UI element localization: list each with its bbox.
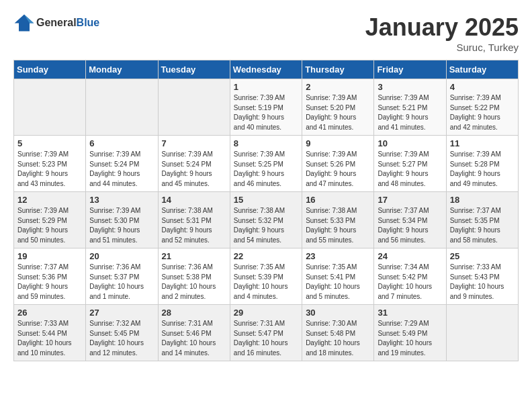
day-number: 27 — [89, 308, 154, 318]
calendar-cell: 7Sunrise: 7:39 AM Sunset: 5:24 PM Daylig… — [158, 136, 230, 192]
calendar-cell: 23Sunrise: 7:35 AM Sunset: 5:41 PM Dayli… — [302, 248, 374, 305]
day-number: 20 — [89, 251, 154, 261]
week-row-4: 19Sunrise: 7:37 AM Sunset: 5:36 PM Dayli… — [14, 248, 519, 305]
day-info: Sunrise: 7:38 AM Sunset: 5:33 PM Dayligh… — [306, 206, 370, 245]
day-number: 26 — [17, 308, 82, 318]
day-number: 17 — [378, 195, 442, 205]
day-number: 6 — [89, 138, 154, 148]
logo-blue: Blue — [77, 17, 100, 28]
calendar-cell: 8Sunrise: 7:39 AM Sunset: 5:25 PM Daylig… — [230, 136, 302, 192]
calendar-cell: 26Sunrise: 7:33 AM Sunset: 5:44 PM Dayli… — [14, 305, 86, 361]
calendar-cell: 11Sunrise: 7:39 AM Sunset: 5:28 PM Dayli… — [446, 136, 518, 192]
logo: GeneralBlue — [13, 13, 99, 32]
day-info: Sunrise: 7:39 AM Sunset: 5:22 PM Dayligh… — [450, 93, 515, 132]
calendar-cell: 16Sunrise: 7:38 AM Sunset: 5:33 PM Dayli… — [302, 192, 374, 248]
calendar-cell: 27Sunrise: 7:32 AM Sunset: 5:45 PM Dayli… — [86, 305, 158, 361]
day-info: Sunrise: 7:38 AM Sunset: 5:32 PM Dayligh… — [234, 206, 298, 245]
calendar-cell — [86, 79, 158, 136]
day-number: 18 — [450, 195, 515, 205]
day-info: Sunrise: 7:37 AM Sunset: 5:35 PM Dayligh… — [450, 206, 515, 245]
day-number: 13 — [89, 195, 154, 205]
day-info: Sunrise: 7:32 AM Sunset: 5:45 PM Dayligh… — [89, 319, 154, 358]
calendar-cell: 19Sunrise: 7:37 AM Sunset: 5:36 PM Dayli… — [14, 248, 86, 305]
day-info: Sunrise: 7:38 AM Sunset: 5:31 PM Dayligh… — [162, 206, 226, 245]
day-info: Sunrise: 7:36 AM Sunset: 5:37 PM Dayligh… — [89, 263, 154, 302]
day-info: Sunrise: 7:39 AM Sunset: 5:24 PM Dayligh… — [162, 150, 226, 189]
day-number: 31 — [378, 308, 442, 318]
month-title: January 2025 — [365, 13, 519, 42]
calendar-cell: 22Sunrise: 7:35 AM Sunset: 5:39 PM Dayli… — [230, 248, 302, 305]
weekday-header-row: SundayMondayTuesdayWednesdayThursdayFrid… — [14, 60, 519, 79]
day-info: Sunrise: 7:39 AM Sunset: 5:20 PM Dayligh… — [306, 93, 370, 132]
weekday-header-thursday: Thursday — [302, 60, 374, 79]
day-number: 15 — [234, 195, 298, 205]
day-info: Sunrise: 7:31 AM Sunset: 5:46 PM Dayligh… — [162, 319, 226, 358]
day-info: Sunrise: 7:39 AM Sunset: 5:30 PM Dayligh… — [89, 206, 154, 245]
day-number: 30 — [306, 308, 370, 318]
day-number: 5 — [17, 138, 82, 148]
day-number: 8 — [234, 138, 298, 148]
day-info: Sunrise: 7:31 AM Sunset: 5:47 PM Dayligh… — [234, 319, 298, 358]
day-info: Sunrise: 7:34 AM Sunset: 5:42 PM Dayligh… — [378, 263, 442, 302]
day-info: Sunrise: 7:35 AM Sunset: 5:39 PM Dayligh… — [234, 263, 298, 302]
week-row-5: 26Sunrise: 7:33 AM Sunset: 5:44 PM Dayli… — [14, 305, 519, 361]
weekday-header-saturday: Saturday — [446, 60, 518, 79]
day-number: 7 — [162, 138, 226, 148]
calendar-cell — [446, 305, 518, 361]
calendar-cell: 17Sunrise: 7:37 AM Sunset: 5:34 PM Dayli… — [374, 192, 446, 248]
day-info: Sunrise: 7:39 AM Sunset: 5:24 PM Dayligh… — [89, 150, 154, 189]
day-info: Sunrise: 7:39 AM Sunset: 5:29 PM Dayligh… — [17, 206, 82, 245]
weekday-header-wednesday: Wednesday — [230, 60, 302, 79]
day-info: Sunrise: 7:39 AM Sunset: 5:23 PM Dayligh… — [17, 150, 82, 189]
logo-general: General — [36, 17, 77, 28]
day-info: Sunrise: 7:35 AM Sunset: 5:41 PM Dayligh… — [306, 263, 370, 302]
weekday-header-monday: Monday — [86, 60, 158, 79]
calendar-cell: 20Sunrise: 7:36 AM Sunset: 5:37 PM Dayli… — [86, 248, 158, 305]
week-row-2: 5Sunrise: 7:39 AM Sunset: 5:23 PM Daylig… — [14, 136, 519, 192]
location-subtitle: Suruc, Turkey — [365, 42, 519, 53]
day-number: 21 — [162, 251, 226, 261]
calendar-cell: 10Sunrise: 7:39 AM Sunset: 5:27 PM Dayli… — [374, 136, 446, 192]
day-number: 29 — [234, 308, 298, 318]
day-number: 1 — [234, 82, 298, 92]
calendar-cell — [158, 79, 230, 136]
day-info: Sunrise: 7:39 AM Sunset: 5:25 PM Dayligh… — [234, 150, 298, 189]
title-area: January 2025 Suruc, Turkey — [365, 13, 519, 53]
calendar-cell: 24Sunrise: 7:34 AM Sunset: 5:42 PM Dayli… — [374, 248, 446, 305]
day-info: Sunrise: 7:39 AM Sunset: 5:26 PM Dayligh… — [306, 150, 370, 189]
calendar-cell: 2Sunrise: 7:39 AM Sunset: 5:20 PM Daylig… — [302, 79, 374, 136]
calendar-cell: 21Sunrise: 7:36 AM Sunset: 5:38 PM Dayli… — [158, 248, 230, 305]
calendar-cell: 29Sunrise: 7:31 AM Sunset: 5:47 PM Dayli… — [230, 305, 302, 361]
calendar-cell: 12Sunrise: 7:39 AM Sunset: 5:29 PM Dayli… — [14, 192, 86, 248]
calendar-cell: 4Sunrise: 7:39 AM Sunset: 5:22 PM Daylig… — [446, 79, 518, 136]
calendar-cell: 18Sunrise: 7:37 AM Sunset: 5:35 PM Dayli… — [446, 192, 518, 248]
calendar-cell: 28Sunrise: 7:31 AM Sunset: 5:46 PM Dayli… — [158, 305, 230, 361]
day-number: 9 — [306, 138, 370, 148]
calendar-cell: 14Sunrise: 7:38 AM Sunset: 5:31 PM Dayli… — [158, 192, 230, 248]
calendar-cell: 25Sunrise: 7:33 AM Sunset: 5:43 PM Dayli… — [446, 248, 518, 305]
calendar-cell: 6Sunrise: 7:39 AM Sunset: 5:24 PM Daylig… — [86, 136, 158, 192]
day-number: 19 — [17, 251, 82, 261]
calendar-table: SundayMondayTuesdayWednesdayThursdayFrid… — [13, 60, 519, 361]
weekday-header-friday: Friday — [374, 60, 446, 79]
day-info: Sunrise: 7:29 AM Sunset: 5:49 PM Dayligh… — [378, 319, 442, 358]
week-row-3: 12Sunrise: 7:39 AM Sunset: 5:29 PM Dayli… — [14, 192, 519, 248]
day-number: 3 — [378, 82, 442, 92]
day-number: 28 — [162, 308, 226, 318]
calendar-cell: 5Sunrise: 7:39 AM Sunset: 5:23 PM Daylig… — [14, 136, 86, 192]
day-info: Sunrise: 7:37 AM Sunset: 5:34 PM Dayligh… — [378, 206, 442, 245]
day-number: 11 — [450, 138, 515, 148]
calendar-cell: 1Sunrise: 7:39 AM Sunset: 5:19 PM Daylig… — [230, 79, 302, 136]
calendar-cell — [14, 79, 86, 136]
day-number: 24 — [378, 251, 442, 261]
calendar-cell: 30Sunrise: 7:30 AM Sunset: 5:48 PM Dayli… — [302, 305, 374, 361]
day-info: Sunrise: 7:39 AM Sunset: 5:19 PM Dayligh… — [234, 93, 298, 132]
week-row-1: 1Sunrise: 7:39 AM Sunset: 5:19 PM Daylig… — [14, 79, 519, 136]
day-info: Sunrise: 7:39 AM Sunset: 5:27 PM Dayligh… — [378, 150, 442, 189]
day-info: Sunrise: 7:30 AM Sunset: 5:48 PM Dayligh… — [306, 319, 370, 358]
day-number: 23 — [306, 251, 370, 261]
day-number: 12 — [17, 195, 82, 205]
day-info: Sunrise: 7:39 AM Sunset: 5:21 PM Dayligh… — [378, 93, 442, 132]
day-info: Sunrise: 7:33 AM Sunset: 5:44 PM Dayligh… — [17, 319, 82, 358]
day-number: 22 — [234, 251, 298, 261]
